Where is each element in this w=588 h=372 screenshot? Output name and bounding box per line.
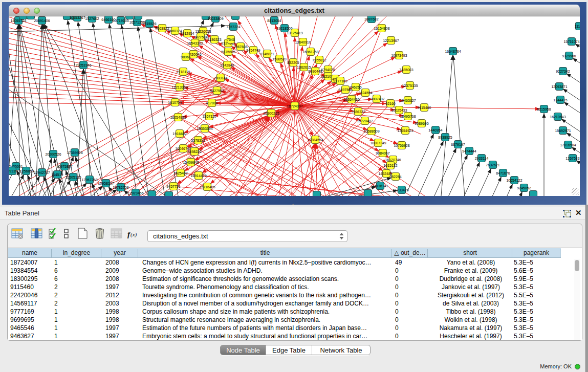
svg-text:9084067: 9084067 bbox=[376, 151, 389, 155]
svg-text:10553267: 10553267 bbox=[69, 16, 85, 19]
svg-text:19384554: 19384554 bbox=[307, 138, 323, 142]
svg-text:1733426: 1733426 bbox=[395, 188, 408, 192]
svg-text:16961758: 16961758 bbox=[302, 50, 318, 54]
svg-text:17957253: 17957253 bbox=[81, 178, 97, 182]
svg-text:90975887: 90975887 bbox=[56, 165, 72, 168]
svg-text:16054985: 16054985 bbox=[170, 116, 186, 119]
svg-text:9089695: 9089695 bbox=[415, 122, 428, 125]
svg-text:17359928: 17359928 bbox=[67, 151, 82, 155]
svg-text:98961: 98961 bbox=[181, 55, 191, 59]
svg-text:2087682: 2087682 bbox=[364, 17, 378, 21]
svg-text:21364436: 21364436 bbox=[343, 98, 359, 101]
svg-text:11256859: 11256859 bbox=[18, 169, 34, 173]
svg-text:9115460: 9115460 bbox=[418, 106, 431, 110]
svg-text:12213369: 12213369 bbox=[171, 85, 187, 89]
svg-text:8498222: 8498222 bbox=[187, 150, 201, 154]
svg-text:18724007: 18724007 bbox=[287, 104, 302, 108]
svg-text:1362615: 1362615 bbox=[297, 65, 311, 69]
svg-text:16914479: 16914479 bbox=[190, 174, 206, 178]
svg-text:15409948: 15409948 bbox=[183, 161, 199, 164]
svg-text:1610755: 1610755 bbox=[168, 101, 182, 104]
svg-text:9474444: 9474444 bbox=[462, 149, 476, 153]
svg-text:7546: 7546 bbox=[227, 38, 235, 41]
svg-text:12505135: 12505135 bbox=[65, 176, 81, 179]
svg-text:3624554: 3624554 bbox=[358, 91, 372, 95]
svg-text:1527602: 1527602 bbox=[85, 17, 99, 20]
svg-text:9827503: 9827503 bbox=[193, 35, 207, 39]
svg-text:1916682: 1916682 bbox=[172, 132, 186, 136]
svg-text:7663822: 7663822 bbox=[155, 27, 169, 30]
svg-text:114519: 114519 bbox=[52, 173, 63, 177]
svg-text:3267110: 3267110 bbox=[203, 115, 216, 118]
svg-text:7357224: 7357224 bbox=[226, 25, 240, 29]
svg-text:9457751: 9457751 bbox=[166, 185, 180, 188]
svg-text:15353594: 15353594 bbox=[197, 127, 212, 130]
svg-text:20691406: 20691406 bbox=[34, 19, 50, 23]
svg-text:15692971: 15692971 bbox=[555, 129, 571, 133]
svg-text:15751074: 15751074 bbox=[563, 40, 579, 43]
svg-text:417006: 417006 bbox=[206, 101, 217, 105]
svg-text:1440954: 1440954 bbox=[428, 128, 442, 132]
svg-text:12375135: 12375135 bbox=[402, 84, 418, 87]
svg-text:62160: 62160 bbox=[385, 102, 396, 105]
svg-text:10025433: 10025433 bbox=[391, 108, 407, 112]
svg-text:16120746: 16120746 bbox=[385, 158, 401, 162]
svg-text:13226058: 13226058 bbox=[195, 30, 211, 33]
svg-text:5875685: 5875685 bbox=[221, 50, 235, 54]
svg-text:10654122: 10654122 bbox=[506, 179, 522, 182]
svg-text:12942757: 12942757 bbox=[34, 171, 50, 174]
svg-text:746266: 746266 bbox=[350, 85, 361, 89]
svg-text:25300215: 25300215 bbox=[263, 112, 279, 115]
svg-text:10688609: 10688609 bbox=[363, 129, 379, 133]
svg-text:8454749: 8454749 bbox=[246, 49, 260, 52]
svg-text:16033809: 16033809 bbox=[207, 17, 223, 20]
svg-text:29053346: 29053346 bbox=[75, 63, 91, 67]
svg-text:16154808: 16154808 bbox=[374, 27, 389, 30]
svg-text:6794028: 6794028 bbox=[321, 68, 335, 72]
svg-text:15716485: 15716485 bbox=[199, 185, 215, 189]
svg-text:1267533: 1267533 bbox=[565, 157, 579, 160]
svg-text:8813054: 8813054 bbox=[267, 19, 281, 23]
svg-text:13654923: 13654923 bbox=[397, 129, 413, 133]
svg-text:8912954: 8912954 bbox=[180, 32, 194, 35]
svg-text:8990448: 8990448 bbox=[308, 70, 322, 73]
svg-text:832205: 832205 bbox=[287, 61, 299, 64]
svg-text:7955812: 7955812 bbox=[312, 58, 326, 62]
svg-text:9146821: 9146821 bbox=[260, 52, 274, 56]
svg-text:14136141: 14136141 bbox=[372, 184, 388, 188]
svg-text:9427552: 9427552 bbox=[210, 89, 224, 93]
svg-text:13640910: 13640910 bbox=[295, 40, 311, 44]
svg-text:18495768: 18495768 bbox=[400, 115, 416, 118]
svg-text:1244415: 1244415 bbox=[553, 98, 567, 102]
svg-text:19218506: 19218506 bbox=[276, 27, 292, 30]
svg-text:7986322: 7986322 bbox=[351, 110, 365, 114]
svg-text:2803144: 2803144 bbox=[213, 76, 227, 80]
svg-text:12093871: 12093871 bbox=[551, 85, 567, 89]
svg-text:2718119: 2718119 bbox=[177, 70, 190, 74]
svg-text:8471676: 8471676 bbox=[496, 171, 510, 175]
svg-text:9245052: 9245052 bbox=[517, 186, 531, 190]
svg-text:7485003: 7485003 bbox=[399, 68, 413, 72]
svg-text:9227342: 9227342 bbox=[556, 70, 570, 73]
svg-text:9242848: 9242848 bbox=[220, 63, 234, 67]
svg-text:20200526: 20200526 bbox=[45, 152, 61, 156]
svg-text:8186323: 8186323 bbox=[207, 38, 221, 41]
svg-text:10973493: 10973493 bbox=[391, 54, 407, 57]
svg-text:12923466: 12923466 bbox=[127, 191, 143, 195]
svg-text:11125: 11125 bbox=[575, 25, 580, 28]
svg-text:9329966: 9329966 bbox=[562, 54, 576, 58]
svg-text:16210643: 16210643 bbox=[550, 115, 565, 119]
svg-text:7515526: 7515526 bbox=[142, 22, 156, 26]
svg-text:252254: 252254 bbox=[389, 175, 401, 179]
svg-text:17016504: 17016504 bbox=[560, 143, 576, 147]
svg-text:16648784: 16648784 bbox=[445, 50, 461, 53]
svg-text:10807487: 10807487 bbox=[368, 97, 384, 101]
svg-text:1615132: 1615132 bbox=[383, 164, 397, 167]
svg-text:16782759: 16782759 bbox=[113, 186, 128, 189]
svg-text:1588520: 1588520 bbox=[272, 57, 286, 61]
svg-text:7632621: 7632621 bbox=[486, 163, 499, 167]
svg-text:16543382: 16543382 bbox=[187, 41, 203, 45]
svg-text:2933114: 2933114 bbox=[475, 157, 489, 160]
svg-text:6879197: 6879197 bbox=[451, 143, 465, 146]
svg-text:2967608: 2967608 bbox=[233, 45, 247, 49]
